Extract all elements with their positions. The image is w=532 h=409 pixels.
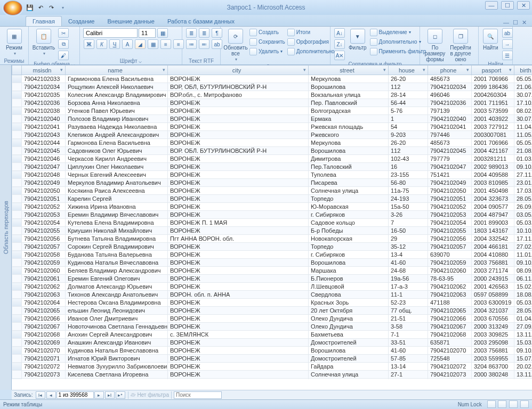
clear-sort-button[interactable]: A✕ bbox=[334, 51, 345, 60]
cell-city[interactable]: ВОРОНЕЖ bbox=[168, 323, 309, 331]
cell-birth[interactable]: 30.07.4 bbox=[514, 115, 533, 123]
save-icon[interactable]: 💾 bbox=[26, 3, 34, 12]
cell-house[interactable]: 33-51 bbox=[389, 339, 428, 347]
cell-name[interactable]: Кудинова Наталья Вячеславовна bbox=[66, 347, 168, 355]
table-row[interactable]: 79042102073Киселева Светлана ИгоревнаВОР… bbox=[12, 371, 533, 379]
cell-city[interactable]: ВОРОНЕЖ bbox=[168, 75, 309, 83]
cell-street[interactable]: Олеко Дундича bbox=[309, 323, 389, 331]
row-selector[interactable] bbox=[12, 307, 22, 315]
row-selector[interactable] bbox=[12, 275, 22, 283]
cell-pasport[interactable]: 2001 706966 bbox=[472, 75, 514, 83]
row-selector[interactable] bbox=[12, 187, 22, 195]
cell-name[interactable]: Новоточинова Светлана Геннадьевна bbox=[66, 323, 168, 331]
tab-create[interactable]: Создание bbox=[62, 17, 101, 26]
row-selector[interactable] bbox=[12, 243, 22, 251]
table-row[interactable]: 79042102068Анохин Сергей Александровичс.… bbox=[12, 331, 533, 339]
indent-decrease-button[interactable]: ≣ bbox=[186, 28, 197, 38]
cell-house[interactable]: 26-20 bbox=[389, 75, 428, 83]
next-record-button[interactable]: ▸ bbox=[94, 391, 104, 399]
cell-pasport[interactable]: 2003 295098 bbox=[472, 339, 514, 347]
cell-name[interactable]: Бутнева Татьяна Владимировна bbox=[66, 235, 168, 243]
cell-name[interactable]: Анашкин Александр Иванович bbox=[66, 339, 168, 347]
delete-record-button[interactable]: Удалить bbox=[249, 47, 285, 56]
cell-city[interactable]: ВОРОНЕЖ bbox=[168, 171, 309, 179]
cell-city[interactable]: ВОР.обл., с. Митрофаново bbox=[168, 91, 309, 99]
cell-city[interactable]: ВОРОНЕЖ bbox=[168, 211, 309, 219]
office-button[interactable] bbox=[3, 1, 22, 15]
cell-msisdn[interactable]: 79042102044 bbox=[22, 139, 66, 147]
cell-city[interactable]: ВОРОНЕЖ bbox=[168, 131, 309, 139]
cell-phone[interactable]: 424075 bbox=[428, 379, 472, 380]
table-row[interactable]: 79042102048Черных Евгений АлексеевичВОРО… bbox=[12, 171, 533, 179]
cell-msisdn[interactable]: 79042102064 bbox=[22, 299, 66, 307]
row-selector[interactable] bbox=[12, 315, 22, 323]
cell-msisdn[interactable]: 79042102047 bbox=[22, 163, 66, 171]
cell-msisdn[interactable]: 79042102070 bbox=[22, 347, 66, 355]
cell-name[interactable]: Долматов Александр Юрьевич bbox=[66, 283, 168, 291]
cell-city[interactable]: ВОРОНЕЖ bbox=[168, 163, 309, 171]
cell-city[interactable]: с. ЗЕМЛЯНСК bbox=[168, 331, 309, 339]
cell-street[interactable]: Ржевская площадь bbox=[309, 123, 389, 131]
cell-birth[interactable]: 15.02.8 bbox=[514, 283, 533, 291]
view-mode-button[interactable]: ▦Режим▾ bbox=[3, 28, 25, 58]
qat-dropdown-icon[interactable]: ▾ bbox=[59, 3, 67, 12]
col-header-msisdn[interactable]: msisdn▾ bbox=[22, 66, 66, 75]
cell-birth[interactable]: 23.01.7 bbox=[514, 179, 533, 187]
cell-house[interactable]: 56-80 bbox=[389, 179, 428, 187]
cell-msisdn[interactable]: 79042102045 bbox=[22, 147, 66, 155]
cell-street[interactable]: г. Сибиряков bbox=[309, 211, 389, 219]
row-selector[interactable] bbox=[12, 235, 22, 243]
cell-house[interactable]: 15а-50 bbox=[389, 203, 428, 211]
cell-msisdn[interactable]: 79042102059 bbox=[22, 259, 66, 267]
table-row[interactable]: 79042102044Гармонова Елена ВасильевнаВОР… bbox=[12, 139, 533, 147]
cell-city[interactable]: ВОРОНЕЖ bbox=[168, 371, 309, 379]
cell-city[interactable]: ВОРОН. обл. п. АННА bbox=[168, 291, 309, 299]
align-left-button[interactable]: ≡ bbox=[160, 39, 171, 49]
table-row[interactable]: 79042102049Меркулов Владимир Анатольевич… bbox=[12, 179, 533, 187]
fit-form-button[interactable]: ◻По размеру формы bbox=[423, 28, 447, 63]
cell-phone[interactable]: 78-63-95 bbox=[428, 275, 472, 283]
cell-pasport[interactable]: 2004260304 bbox=[472, 91, 514, 99]
cell-pasport[interactable]: 2001 403922 bbox=[472, 115, 514, 123]
cell-msisdn[interactable]: 79042102067 bbox=[22, 323, 66, 331]
cell-phone[interactable]: 79042102040 bbox=[428, 115, 472, 123]
cell-name[interactable]: Черных Евгений Алексеевич bbox=[66, 171, 168, 179]
pivot-view-button[interactable] bbox=[520, 400, 529, 408]
cell-city[interactable]: ВОРОНЕЖ bbox=[168, 275, 309, 283]
table-row[interactable]: 79042102038Утенков Павел ЮрьевичВОРОНЕЖВ… bbox=[12, 107, 533, 115]
cell-msisdn[interactable]: 79042102062 bbox=[22, 283, 66, 291]
select-all-corner[interactable] bbox=[12, 66, 22, 75]
cell-msisdn[interactable]: 79042102056 bbox=[22, 235, 66, 243]
row-selector[interactable] bbox=[12, 363, 22, 371]
cell-city[interactable]: ВОРОНЕЖ bbox=[168, 259, 309, 267]
cell-city[interactable]: ГРЕМЯЧЬЕ bbox=[168, 379, 309, 380]
cell-birth[interactable]: 08.09.8 bbox=[514, 267, 533, 275]
cell-name[interactable]: Кудинова Наталья Вячеславовна bbox=[66, 259, 168, 267]
cell-msisdn[interactable]: 79042102043 bbox=[22, 131, 66, 139]
cell-pasport[interactable]: 1803 143167 bbox=[472, 227, 514, 235]
cell-city[interactable]: ВОРОНЕЖ bbox=[168, 363, 309, 371]
row-selector[interactable] bbox=[12, 179, 22, 187]
sql-view-button[interactable] bbox=[498, 400, 506, 408]
row-selector[interactable] bbox=[12, 139, 22, 147]
cell-msisdn[interactable]: 79042102058 bbox=[22, 251, 66, 259]
table-row[interactable]: 79042102047Циплухин Олег НиколаевичВОРОН… bbox=[12, 163, 533, 171]
cell-msisdn[interactable]: 79042102049 bbox=[22, 179, 66, 187]
cell-pasport[interactable]: 2001 426563 bbox=[472, 283, 514, 291]
cell-msisdn[interactable]: 79042102063 bbox=[22, 291, 66, 299]
row-selector[interactable] bbox=[12, 227, 22, 235]
cell-pasport[interactable]: 2004 466181 bbox=[472, 243, 514, 251]
close-button[interactable]: ✕ bbox=[517, 1, 530, 10]
cell-street[interactable]: 20 лет Октября bbox=[309, 307, 389, 315]
table-row[interactable]: 79042102056Бутнева Татьяна ВладимировнаП… bbox=[12, 235, 533, 243]
row-selector[interactable] bbox=[12, 75, 22, 83]
cell-birth[interactable]: 05.05.8 bbox=[514, 75, 533, 83]
cell-msisdn[interactable]: 79042102074 bbox=[22, 379, 66, 380]
cell-msisdn[interactable]: 79042102046 bbox=[22, 155, 66, 163]
undo-icon[interactable]: ↶ bbox=[36, 3, 45, 12]
cell-phone[interactable]: 79042102062 bbox=[428, 283, 472, 291]
cell-city[interactable]: ВОРОНЕЖ bbox=[168, 227, 309, 235]
cell-pasport[interactable]: 0597 058899 bbox=[472, 291, 514, 299]
col-header-city[interactable]: city▾ bbox=[168, 66, 309, 75]
cell-name[interactable]: Игнатов Юрий Викторович bbox=[66, 355, 168, 363]
